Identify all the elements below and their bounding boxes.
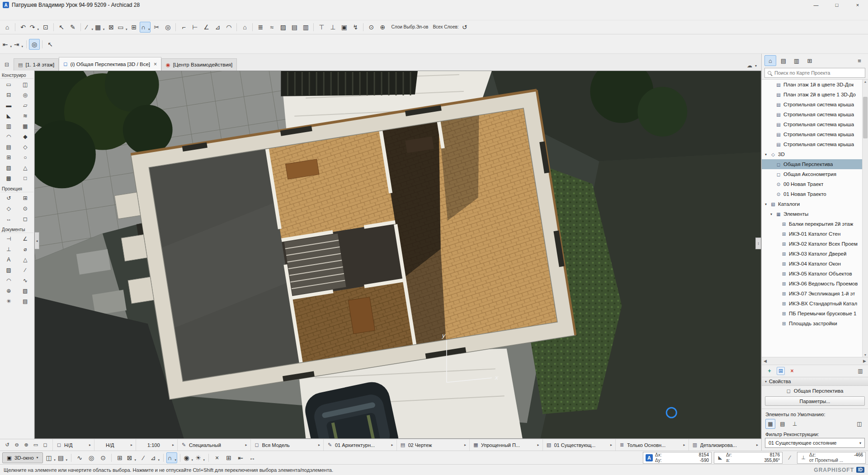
xy-coordinate-field[interactable]: A Δx:8154 Δy:-590	[643, 452, 712, 464]
snap-guides-icon[interactable]: ⊿	[150, 452, 160, 463]
tree-folder-3d[interactable]: ▾ ◇ 3D	[762, 149, 862, 159]
level-dimension-icon[interactable]: ⊥	[327, 22, 338, 33]
label-icon[interactable]: ▤	[289, 22, 300, 33]
menu-item[interactable]	[16, 14, 24, 16]
parameters-button[interactable]: Параметры...	[765, 396, 865, 406]
perspective-icon[interactable]: ⊙	[20, 203, 30, 214]
tree-item-ike-vh[interactable]: ⊞ ИКЭ-ВХ Стандартный Катал	[762, 299, 862, 309]
close-button[interactable]: ×	[847, 0, 868, 10]
show-selection-icon[interactable]: ⊙	[366, 22, 377, 33]
scrollbar-thumb[interactable]	[863, 97, 868, 138]
renovation-filter-select[interactable]: 01 Существующее состояние ▾	[765, 438, 865, 448]
graphisoft-id-badge[interactable]: ID	[856, 467, 864, 473]
stair-tool-icon[interactable]: ≋	[20, 110, 30, 121]
fillet-icon[interactable]: ⊿	[212, 22, 223, 33]
orientation-segment[interactable]: Н/Д	[94, 439, 136, 451]
dimension-icon[interactable]: ⊤	[316, 22, 327, 33]
redo-icon[interactable]: ↷	[29, 22, 40, 33]
menu-item[interactable]	[2, 14, 9, 16]
tree-item-perspective[interactable]: ◻ Общая Перспектива	[762, 159, 862, 169]
new-viewpoint-icon[interactable]: +	[765, 367, 774, 375]
tab-overview-icon[interactable]: ⊟	[1, 59, 12, 70]
hotspot-tool-icon[interactable]: ⊕	[4, 285, 14, 296]
menu-item[interactable]	[52, 14, 60, 16]
graphic-override-segment[interactable]: ≣ Только Основн...	[615, 439, 689, 451]
wall-tool-icon[interactable]: ▭	[4, 79, 14, 90]
close-tab-icon[interactable]: ×	[153, 61, 157, 67]
properties-header[interactable]: Свойства	[762, 377, 868, 386]
detail-marker-icon[interactable]: ▣	[339, 22, 349, 33]
view-map-icon[interactable]: ▤	[778, 55, 789, 66]
tree-item-ike-06[interactable]: ⊞ ИКЭ-06 Ведомость Проемов	[762, 279, 862, 289]
favorites-icon[interactable]: ⊠	[106, 22, 117, 33]
marquee-icon[interactable]: ▭	[117, 22, 128, 33]
drawing-tool-icon[interactable]: ✳	[4, 296, 14, 306]
walk-mode-icon[interactable]: ∿	[74, 452, 85, 463]
toolbox-collapse-handle[interactable]: ◂	[35, 232, 39, 249]
tree-item-path-00[interactable]: ⊙ 00 Новая Траект	[762, 179, 862, 189]
equipment-tool-icon[interactable]: ▩	[4, 173, 14, 183]
measure-pen-icon[interactable]: ∕	[785, 453, 795, 463]
menu-item[interactable]	[81, 14, 89, 16]
layout-book-icon[interactable]: ▥	[791, 55, 802, 66]
viewpoint-settings-icon[interactable]: ⊞	[777, 367, 785, 375]
orbit-bottom-icon[interactable]: ◎	[86, 452, 97, 463]
3d-styles-icon[interactable]: ◫	[46, 452, 57, 463]
adjust-icon[interactable]: ⊢	[189, 22, 200, 33]
model-view-options-segment[interactable]: ▦ Упрощенный П...	[469, 439, 542, 451]
tree-scrollbar[interactable]: ▲ ▼	[862, 80, 868, 357]
drawing-scale-segment[interactable]: ▤ 02 Чертеж	[396, 439, 470, 451]
fill-tool-icon[interactable]: ▨	[4, 265, 14, 275]
tree-item-ike-04[interactable]: ⊞ ИКЭ-04 Каталог Окон	[762, 259, 862, 269]
tree-item-path-01[interactable]: ⊙ 01 Новая Траекто	[762, 189, 862, 199]
label-tool-icon[interactable]: △	[20, 254, 30, 265]
polar-coordinate-field[interactable]: ◣ Δr:8176 a:355,86°	[714, 452, 783, 464]
chevron-down-icon[interactable]: ▾	[764, 202, 768, 206]
cursor-snap-icon[interactable]: ∩	[140, 22, 151, 33]
axonometry-icon[interactable]: ◇	[4, 203, 14, 214]
object-tool-icon[interactable]: ⊞	[4, 152, 14, 162]
close-extras-icon[interactable]: ×	[212, 452, 222, 463]
tree-item-axonometry[interactable]: ◻ Общая Аксонометрия	[762, 169, 862, 179]
tree-item-roof-4[interactable]: ▤ Стропильная система крыша	[762, 129, 862, 139]
figure-tool-icon[interactable]: ▧	[20, 285, 30, 296]
measure-icon[interactable]: ≈	[266, 22, 277, 33]
column-tool-icon[interactable]: ◎	[20, 90, 30, 100]
menu-item[interactable]	[60, 14, 67, 16]
stretch-icon[interactable]: ↔	[247, 452, 258, 463]
view-splitter-handle[interactable]: ↕	[755, 238, 761, 249]
trim-icon[interactable]: ⌐	[178, 22, 189, 33]
absolute-mode-icon[interactable]: A	[646, 454, 653, 461]
menu-item[interactable]	[9, 14, 16, 16]
maximize-button[interactable]: □	[826, 0, 847, 10]
view-tab[interactable]: ◻ (i) Общая Перспектива [3D / Все] ×	[59, 57, 161, 71]
line-tool-icon[interactable]: ∕	[20, 265, 30, 275]
chevron-down-icon[interactable]: ▾	[769, 212, 774, 216]
3d-viewport[interactable]: y x ◂ ↕	[34, 71, 761, 439]
elevation-mode-icon[interactable]: ⊥	[800, 454, 807, 461]
tree-item-ike-01[interactable]: ⊞ ИКЭ-01 Каталог Стен	[762, 229, 862, 239]
find-select-icon[interactable]: ⊕	[377, 22, 388, 33]
tree-item-roof-1[interactable]: ▤ Стропильная система крыша	[762, 100, 862, 109]
look-around-icon[interactable]: ⊙	[98, 452, 108, 463]
pick-mode-icon[interactable]: ↖	[45, 39, 56, 50]
tree-item-roof-2[interactable]: ▤ Стропильная система крыша	[762, 109, 862, 119]
level-dimension-tool-icon[interactable]: ⊥	[4, 244, 14, 254]
3d-scene[interactable]: y x	[35, 71, 761, 438]
menu-item[interactable]	[24, 14, 31, 16]
default-construct-icon[interactable]: ▦	[765, 419, 775, 429]
tree-item-ike-02[interactable]: ⊞ ИКЭ-02 Каталог Всех Проем	[762, 239, 862, 249]
orbit-mode-icon[interactable]: ◎	[29, 39, 40, 50]
top-projection-icon[interactable]: ⊞	[20, 193, 30, 203]
renovation-filter-segment[interactable]: ▧ 01 Существующ...	[542, 439, 616, 451]
arc-tool-icon[interactable]: ◠	[4, 275, 14, 285]
menu-item[interactable]	[45, 14, 52, 16]
radial-dimension-icon[interactable]: ⌀	[20, 244, 30, 254]
split-icon[interactable]: ✂	[151, 22, 162, 33]
menu-item[interactable]	[67, 14, 74, 16]
fit-in-window-icon[interactable]: ◻	[41, 441, 49, 449]
chevron-down-icon[interactable]: ▾	[764, 152, 768, 157]
publisher-icon[interactable]: ⊞	[804, 55, 816, 66]
element-information-icon[interactable]: ≣	[255, 22, 266, 33]
lamp-tool-icon[interactable]: ○	[20, 152, 30, 162]
